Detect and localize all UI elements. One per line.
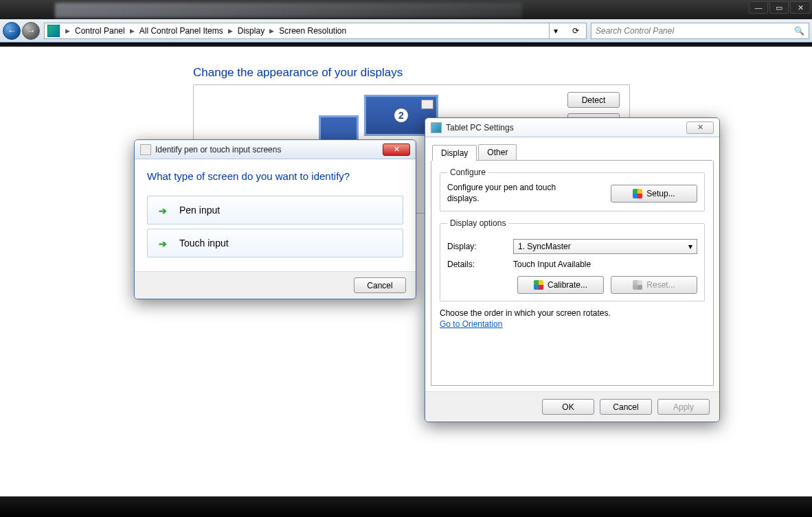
reset-button-label: Reset... bbox=[646, 280, 675, 290]
reset-button[interactable]: Reset... bbox=[611, 276, 697, 294]
arrow-right-icon: → bbox=[27, 25, 36, 36]
cancel-button[interactable]: Cancel bbox=[600, 399, 652, 415]
control-panel-icon bbox=[47, 25, 60, 37]
breadcrumb-dropdown-icon[interactable]: ▾ bbox=[554, 26, 563, 36]
chevron-down-icon: ▾ bbox=[688, 242, 692, 251]
ok-button[interactable]: OK bbox=[542, 399, 594, 415]
chevron-right-icon: ▶ bbox=[65, 27, 70, 34]
dialog-titlebar[interactable]: Tablet PC Settings ✕ bbox=[425, 118, 719, 137]
tab-pane-display: Configure Configure your pen and touch d… bbox=[431, 161, 714, 386]
tab-display[interactable]: Display bbox=[432, 145, 477, 161]
breadcrumb-item-all-items[interactable]: All Control Panel Items bbox=[137, 26, 225, 36]
dialog-titlebar[interactable]: Identify pen or touch input screens ✕ bbox=[135, 140, 416, 159]
search-input[interactable] bbox=[596, 26, 791, 36]
breadcrumb-item-screen-resolution[interactable]: Screen Resolution bbox=[277, 26, 348, 36]
dialog-title-text: Identify pen or touch input screens bbox=[155, 145, 281, 154]
chevron-right-icon: ▶ bbox=[130, 27, 135, 34]
monitor-badge-icon bbox=[421, 100, 433, 109]
configure-legend: Configure bbox=[447, 168, 488, 177]
dialog-close-button[interactable]: ✕ bbox=[383, 143, 410, 156]
display-label: Display: bbox=[447, 242, 513, 251]
calibrate-button-label: Calibrate... bbox=[548, 280, 587, 290]
dialog-question: What type of screen do you want to ident… bbox=[147, 170, 403, 182]
search-icon[interactable]: 🔍 bbox=[794, 26, 804, 36]
background-tabs-blur bbox=[55, 3, 522, 18]
maximize-button[interactable]: ▭ bbox=[769, 1, 789, 14]
window-titlebar: — ▭ ✕ bbox=[0, 0, 812, 19]
nav-back-button[interactable]: ← bbox=[3, 22, 21, 40]
configure-text: Configure your pen and touch displays. bbox=[447, 183, 585, 204]
details-label: Details: bbox=[447, 260, 513, 269]
minimize-button[interactable]: — bbox=[749, 1, 768, 14]
explorer-address-bar: ← → ▶ Control Panel ▶ All Control Panel … bbox=[0, 19, 812, 43]
arrow-left-icon: ← bbox=[8, 25, 16, 36]
option-pen-input[interactable]: ➔ Pen input bbox=[147, 196, 403, 225]
tablet-icon bbox=[431, 122, 442, 133]
page-heading: Change the appearance of your displays bbox=[193, 66, 403, 80]
dialog-icon bbox=[140, 144, 151, 155]
breadcrumb[interactable]: ▶ Control Panel ▶ All Control Panel Item… bbox=[44, 23, 587, 39]
display-select-value: 1. SyncMaster bbox=[518, 242, 571, 251]
apply-button[interactable]: Apply bbox=[657, 399, 710, 415]
setup-button-label: Setup... bbox=[646, 189, 675, 198]
option-pen-label: Pen input bbox=[179, 205, 220, 216]
breadcrumb-item-control-panel[interactable]: Control Panel bbox=[73, 26, 127, 36]
close-button[interactable]: ✕ bbox=[790, 1, 811, 14]
dialog-title-text: Tablet PC Settings bbox=[446, 123, 514, 133]
arrow-right-icon: ➔ bbox=[159, 205, 168, 215]
footer-strip bbox=[0, 496, 812, 517]
identify-cancel-button[interactable]: Cancel bbox=[354, 277, 406, 293]
shield-icon bbox=[633, 189, 642, 198]
tabs-row: Display Other bbox=[432, 144, 712, 161]
details-value: Touch Input Available bbox=[513, 260, 591, 269]
shield-icon bbox=[534, 280, 543, 290]
configure-group: Configure Configure your pen and touch d… bbox=[440, 168, 705, 211]
nav-forward-button[interactable]: → bbox=[22, 22, 40, 40]
display-options-group: Display options Display: 1. SyncMaster ▾… bbox=[440, 218, 705, 301]
identify-input-dialog: Identify pen or touch input screens ✕ Wh… bbox=[134, 139, 416, 299]
display-select[interactable]: 1. SyncMaster ▾ bbox=[513, 239, 697, 254]
calibrate-button[interactable]: Calibrate... bbox=[517, 276, 604, 294]
detect-button[interactable]: Detect bbox=[567, 92, 620, 108]
tablet-pc-settings-dialog: Tablet PC Settings ✕ Display Other Confi… bbox=[425, 117, 720, 422]
arrow-right-icon: ➔ bbox=[159, 238, 168, 248]
orientation-note: Choose the order in which your screen ro… bbox=[440, 308, 705, 318]
chevron-right-icon: ▶ bbox=[269, 27, 274, 34]
shield-icon bbox=[633, 280, 642, 290]
option-touch-input[interactable]: ➔ Touch input bbox=[147, 229, 403, 257]
tab-other[interactable]: Other bbox=[478, 144, 517, 160]
chevron-right-icon: ▶ bbox=[228, 27, 233, 34]
refresh-icon[interactable]: ⟳ bbox=[572, 26, 582, 36]
monitor-2-number: 2 bbox=[394, 108, 409, 123]
setup-button[interactable]: Setup... bbox=[611, 185, 697, 203]
dialog-close-button[interactable]: ✕ bbox=[686, 122, 714, 134]
display-options-legend: Display options bbox=[447, 218, 508, 228]
breadcrumb-item-display[interactable]: Display bbox=[236, 26, 267, 36]
option-touch-label: Touch input bbox=[179, 238, 229, 249]
orientation-link[interactable]: Go to Orientation bbox=[440, 319, 502, 329]
search-box[interactable]: 🔍 bbox=[591, 23, 809, 39]
